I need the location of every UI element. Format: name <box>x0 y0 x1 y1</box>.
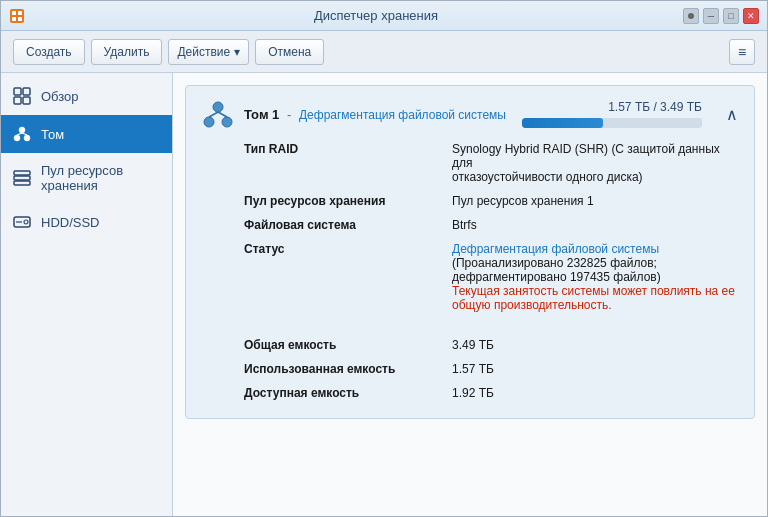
svg-rect-9 <box>23 97 30 104</box>
window-title: Диспетчер хранения <box>69 8 683 23</box>
svg-point-21 <box>213 102 223 112</box>
filesystem-label: Файловая система <box>244 216 444 234</box>
total-capacity-label: Общая емкость <box>244 336 444 354</box>
available-capacity-value: 1.92 ТБ <box>452 384 738 402</box>
raid-type-label: Тип RAID <box>244 140 444 186</box>
svg-point-12 <box>24 135 30 141</box>
svg-rect-2 <box>18 11 22 15</box>
dropdown-arrow-icon: ▾ <box>234 45 240 59</box>
svg-line-24 <box>209 112 218 117</box>
svg-point-23 <box>222 117 232 127</box>
sidebar-item-hdd-ssd[interactable]: HDD/SSD <box>1 203 172 241</box>
collapse-chevron-icon[interactable]: ∧ <box>726 105 738 124</box>
main-window: Диспетчер хранения ─ □ ✕ Создать Удалить… <box>0 0 768 517</box>
storage-usage-text: 1.57 ТБ / 3.49 ТБ <box>608 100 702 114</box>
status-value: Дефрагментация файловой системы (Проанал… <box>452 240 738 314</box>
volume-title-area: Том 1 - Дефрагментация файловой системы <box>244 107 506 122</box>
sidebar-item-volume[interactable]: Том <box>1 115 172 153</box>
svg-line-13 <box>17 133 22 135</box>
sidebar-item-storage-pool[interactable]: Пул ресурсов хранения <box>1 153 172 203</box>
delete-button[interactable]: Удалить <box>91 39 163 65</box>
status-progress-text: (Проанализировано 232825 файлов;дефрагме… <box>452 256 661 284</box>
volume-header-right: 1.57 ТБ / 3.49 ТБ <box>522 100 702 128</box>
window-controls: ─ □ ✕ <box>683 8 759 24</box>
available-capacity-label: Доступная емкость <box>244 384 444 402</box>
svg-rect-7 <box>23 88 30 95</box>
svg-rect-8 <box>14 97 21 104</box>
volume-card: Том 1 - Дефрагментация файловой системы … <box>185 85 755 419</box>
storage-progress-bar <box>522 118 702 128</box>
details-table: Тип RAID Synology Hybrid RAID (SHR) (С з… <box>244 140 738 402</box>
sidebar: Обзор Том <box>1 73 173 516</box>
sidebar-item-overview-label: Обзор <box>41 89 79 104</box>
status-label: Статус <box>244 240 444 314</box>
status-warning-text: Текущая занятость системы может повлиять… <box>452 284 735 312</box>
storage-pool-icon <box>13 169 31 187</box>
maximize-button[interactable]: □ <box>723 8 739 24</box>
main-layout: Обзор Том <box>1 73 767 516</box>
pin-button[interactable] <box>683 8 699 24</box>
svg-rect-3 <box>12 17 16 21</box>
defrag-link[interactable]: Дефрагментация файловой системы <box>299 108 506 122</box>
svg-rect-0 <box>10 9 24 23</box>
hdd-ssd-icon <box>13 213 31 231</box>
app-icon <box>9 8 25 24</box>
volume-title: Том 1 <box>244 107 279 122</box>
svg-rect-17 <box>14 181 30 185</box>
raid-type-value: Synology Hybrid RAID (SHR) (С защитой да… <box>452 140 738 186</box>
volume-header-left: Том 1 - Дефрагментация файловой системы <box>202 98 506 130</box>
svg-point-10 <box>19 127 25 133</box>
total-capacity-value: 3.49 ТБ <box>452 336 738 354</box>
svg-line-14 <box>22 133 27 135</box>
sidebar-item-storage-pool-label: Пул ресурсов хранения <box>41 163 160 193</box>
used-capacity-value: 1.57 ТБ <box>452 360 738 378</box>
svg-point-5 <box>688 13 694 19</box>
svg-rect-1 <box>12 11 16 15</box>
storage-pool-value: Пул ресурсов хранения 1 <box>452 192 738 210</box>
svg-point-11 <box>14 135 20 141</box>
cancel-button[interactable]: Отмена <box>255 39 324 65</box>
svg-rect-15 <box>14 171 30 175</box>
toolbar-right: ≡ <box>729 39 755 65</box>
svg-rect-4 <box>18 17 22 21</box>
action-button[interactable]: Действие ▾ <box>168 39 249 65</box>
volume-details: Тип RAID Synology Hybrid RAID (SHR) (С з… <box>202 140 738 402</box>
storage-progress-fill <box>522 118 603 128</box>
details-separator <box>244 320 738 330</box>
sidebar-item-overview[interactable]: Обзор <box>1 77 172 115</box>
filesystem-value: Btrfs <box>452 216 738 234</box>
svg-point-22 <box>204 117 214 127</box>
overview-icon <box>13 87 31 105</box>
title-bar: Диспетчер хранения ─ □ ✕ <box>1 1 767 31</box>
volume-card-icon <box>202 98 234 130</box>
used-capacity-label: Использованная емкость <box>244 360 444 378</box>
minimize-button[interactable]: ─ <box>703 8 719 24</box>
sidebar-item-hdd-ssd-label: HDD/SSD <box>41 215 100 230</box>
svg-point-19 <box>24 220 28 224</box>
svg-rect-16 <box>14 176 30 180</box>
svg-rect-6 <box>14 88 21 95</box>
content-area: Том 1 - Дефрагментация файловой системы … <box>173 73 767 516</box>
status-defrag-link[interactable]: Дефрагментация файловой системы <box>452 242 659 256</box>
svg-line-25 <box>218 112 227 117</box>
create-button[interactable]: Создать <box>13 39 85 65</box>
toolbar: Создать Удалить Действие ▾ Отмена ≡ <box>1 31 767 73</box>
menu-icon-button[interactable]: ≡ <box>729 39 755 65</box>
sidebar-item-volume-label: Том <box>41 127 64 142</box>
close-button[interactable]: ✕ <box>743 8 759 24</box>
volume-header: Том 1 - Дефрагментация файловой системы … <box>202 98 738 130</box>
volume-icon <box>13 125 31 143</box>
storage-pool-label: Пул ресурсов хранения <box>244 192 444 210</box>
